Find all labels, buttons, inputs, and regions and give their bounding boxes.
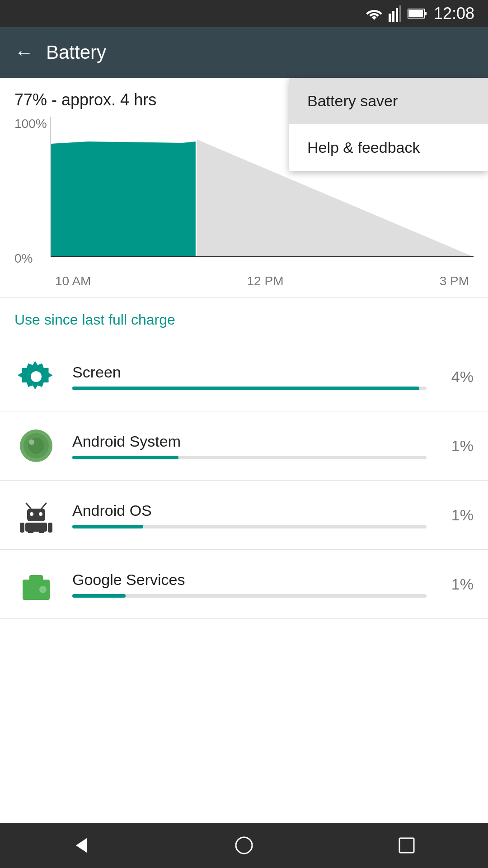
signal-icon: [389, 5, 401, 22]
svg-rect-1: [392, 11, 394, 22]
svg-rect-3: [399, 5, 401, 22]
status-bar: 12:08: [0, 0, 488, 27]
wifi-icon: [366, 7, 382, 20]
help-feedback-menu-item[interactable]: Help & feedback: [289, 124, 488, 171]
battery-icon: [408, 8, 427, 19]
svg-rect-2: [396, 8, 398, 22]
battery-saver-menu-item[interactable]: Battery saver: [289, 78, 488, 124]
svg-rect-0: [389, 14, 391, 22]
dropdown-overlay[interactable]: Battery saver Help & feedback: [0, 27, 488, 868]
status-time: 12:08: [434, 4, 474, 23]
svg-rect-6: [408, 10, 423, 17]
dropdown-menu: Battery saver Help & feedback: [289, 78, 488, 171]
status-icons: 12:08: [366, 4, 474, 23]
svg-rect-5: [425, 12, 427, 15]
